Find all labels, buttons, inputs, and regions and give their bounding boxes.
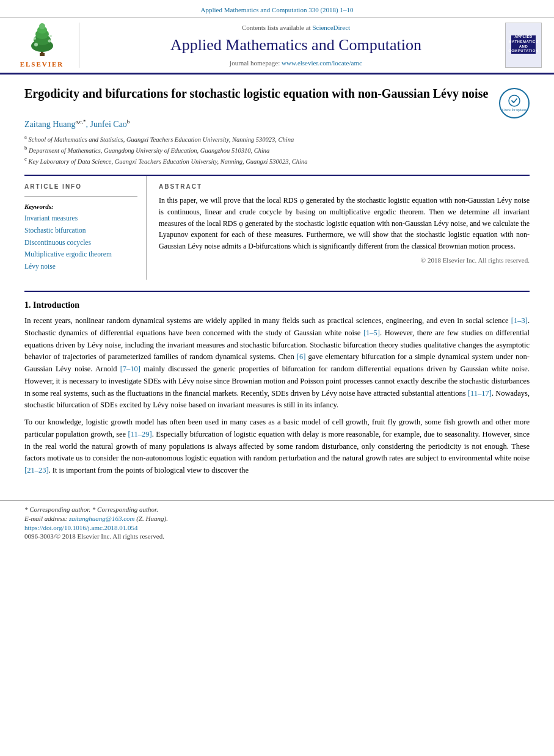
abstract-label: ABSTRACT (159, 183, 530, 190)
article-info-label: ARTICLE INFO (24, 183, 137, 190)
elsevier-label: ELSEVIER (20, 60, 64, 68)
ref-1-3[interactable]: [1–3] (511, 316, 528, 325)
author-email-link[interactable]: zaitanghuang@163.com (69, 515, 135, 522)
journal-thumbnail: APPLIEDMATHEMATICSANDCOMPUTATION (505, 23, 542, 68)
keyword-4[interactable]: Multiplicative ergodic theorem (24, 249, 137, 261)
email-footer: E-mail address: zaitanghuang@163.com (Z.… (24, 515, 530, 522)
contents-available: Contents lists available at ScienceDirec… (242, 24, 350, 31)
journal-center: Contents lists available at ScienceDirec… (87, 23, 505, 68)
journal-homepage-link[interactable]: www.elsevier.com/locate/amc (282, 59, 362, 67)
keywords-label: Keywords: (24, 203, 137, 210)
intro-paragraph-1: In recent years, nonlinear random dynami… (24, 315, 530, 412)
author-zaitang[interactable]: Zaitang Huang (24, 120, 76, 129)
keyword-1[interactable]: Invariant measures (24, 213, 137, 225)
ref-21-23[interactable]: [21–23] (24, 466, 49, 474)
journal-title: Applied Mathematics and Computation (170, 36, 421, 54)
intro-heading: 1. Introduction (24, 300, 530, 310)
footer: * Corresponding author. * Corresponding … (0, 500, 554, 545)
affiliation-a: a School of Mathematics and Statistics, … (24, 133, 530, 144)
journal-citation-link[interactable]: Applied Mathematics and Computation 330 … (201, 6, 354, 13)
svg-point-10 (49, 35, 52, 37)
affiliation-c: c Key Laboratory of Data Science, Guangx… (24, 155, 530, 166)
svg-point-11 (509, 95, 520, 106)
top-bar: Applied Mathematics and Computation 330 … (0, 0, 554, 18)
doi-link[interactable]: https://doi.org/10.1016/j.amc.2018.01.05… (24, 524, 530, 531)
elsevier-tree-image (18, 23, 67, 58)
check-updates-badge: Check for updates (499, 88, 530, 118)
intro-paragraph-2: To our knowledge, logistic growth model … (24, 416, 530, 477)
abstract-col: ABSTRACT In this paper, we will prove th… (147, 176, 530, 280)
article-title: Ergodicity and bifurcations for stochast… (24, 85, 489, 101)
divider (24, 196, 137, 197)
ref-11-17[interactable]: [11–17] (468, 389, 492, 398)
section-divider (24, 291, 530, 292)
ref-7-10[interactable]: [7–10] (120, 365, 140, 373)
svg-point-7 (34, 43, 38, 46)
affiliation-b: b Department of Mathematics, Guangdong U… (24, 144, 530, 155)
authors-line: Zaitang Huanga,c,*, Junfei Caob (24, 118, 530, 129)
issn-line: 0096-3003/© 2018 Elsevier Inc. All right… (24, 532, 530, 540)
main-content: Ergodicity and bifurcations for stochast… (0, 75, 554, 494)
title-row: Ergodicity and bifurcations for stochast… (24, 85, 530, 118)
svg-point-9 (34, 37, 36, 40)
journal-homepage: journal homepage: www.elsevier.com/locat… (230, 59, 362, 67)
article-info-col: ARTICLE INFO Keywords: Invariant measure… (24, 176, 147, 280)
abstract-text: In this paper, we will prove that the lo… (159, 195, 530, 252)
corresponding-author-note: * Corresponding author. * Corresponding … (24, 506, 530, 513)
svg-point-8 (48, 40, 51, 43)
keyword-2[interactable]: Stochastic bifurcation (24, 225, 137, 237)
affiliations: a School of Mathematics and Statistics, … (24, 133, 530, 167)
keyword-5[interactable]: Lévy noise (24, 261, 137, 273)
elsevier-logo: ELSEVIER (12, 23, 79, 68)
ref-6[interactable]: [6] (297, 352, 306, 361)
svg-point-6 (39, 23, 45, 29)
copyright-line: © 2018 Elsevier Inc. All rights reserved… (159, 256, 530, 264)
keyword-3[interactable]: Discontinuous cocycles (24, 237, 137, 249)
journal-header: ELSEVIER Contents lists available at Sci… (0, 18, 554, 75)
sciencedirect-link[interactable]: ScienceDirect (312, 24, 350, 31)
ref-1-5[interactable]: [1–5] (363, 329, 380, 337)
ref-11-29[interactable]: [11–29] (128, 430, 152, 438)
article-info-abstract-section: ARTICLE INFO Keywords: Invariant measure… (24, 175, 530, 280)
